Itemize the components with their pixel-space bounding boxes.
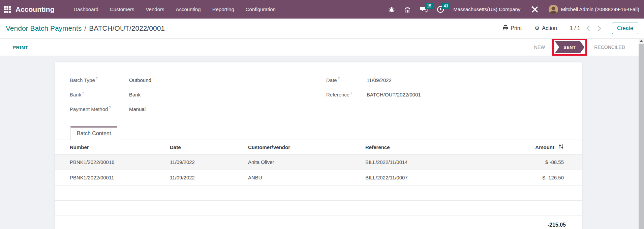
cell-amount: $ -88.55	[483, 154, 582, 170]
header-number[interactable]: Number	[55, 140, 170, 154]
content-area: Batch Type? Outbound Bank? Bank Payment …	[0, 56, 639, 229]
breadcrumb-parent-link[interactable]: Vendor Batch Payments	[6, 24, 82, 32]
record-pager: 1 / 1	[570, 25, 603, 31]
statusbar-states: NEW SENT RECONCILED	[526, 39, 632, 56]
form-sheet: Batch Type? Outbound Bank? Bank Payment …	[55, 62, 582, 229]
tab-batch-content[interactable]: Batch Content	[70, 126, 117, 140]
breadcrumb-current: BATCH/OUT/2022/0001	[89, 24, 165, 32]
messages-count-badge[interactable]: 15	[425, 3, 433, 9]
field-payment-method: Payment Method? Manual	[70, 106, 318, 120]
table-row[interactable]: PBNK1/2022/00011 11/09/2022 ANBU BILL/20…	[55, 170, 582, 185]
field-reference: Reference? BATCH/OUT/2022/0001	[326, 91, 567, 106]
table-header-row: Number Date Customer/Vendor Reference Am…	[55, 140, 582, 154]
payment-method-label: Payment Method	[70, 106, 108, 112]
printer-icon	[502, 25, 508, 32]
action-menu-button[interactable]: ⚙ Action	[534, 25, 557, 31]
bank-label: Bank	[70, 92, 81, 97]
company-switcher[interactable]: Massachusetts(US) Company	[453, 6, 520, 12]
reference-value[interactable]: BATCH/OUT/2022/0001	[367, 92, 421, 97]
annotation-highlight-box: SENT	[552, 39, 587, 56]
field-batch-type: Batch Type? Outbound	[70, 77, 318, 91]
breadcrumb: Vendor Batch Payments / BATCH/OUT/2022/0…	[6, 24, 165, 32]
header-reference[interactable]: Reference	[365, 140, 483, 154]
header-amount-label: Amount	[535, 144, 554, 150]
menu-dashboard[interactable]: Dashboard	[74, 6, 98, 12]
field-bank: Bank? Bank	[70, 91, 318, 106]
print-action-button[interactable]: PRINT	[12, 45, 28, 50]
amount-total: -215.05	[55, 216, 582, 229]
topbar-right-cluster: 15 43 Massachusetts(US) Company Mitchell…	[384, 5, 639, 14]
menu-customers[interactable]: Customers	[110, 6, 134, 12]
user-avatar[interactable]	[549, 5, 558, 14]
activities-count-badge[interactable]: 43	[442, 3, 450, 9]
control-panel-right: Print ⚙ Action 1 / 1 Create	[502, 23, 638, 34]
menu-configuration[interactable]: Configuration	[246, 6, 276, 12]
cell-partner: Anita Oliver	[248, 154, 365, 170]
scrollbar-thumb[interactable]	[639, 44, 644, 229]
statusbar: PRINT NEW SENT RECONCILED	[0, 39, 639, 56]
menu-accounting[interactable]: Accounting	[176, 6, 201, 12]
date-label: Date	[326, 77, 337, 83]
empty-table-row	[55, 185, 582, 201]
breadcrumb-separator: /	[84, 24, 86, 32]
cell-date: 11/09/2022	[170, 154, 248, 170]
state-new[interactable]: NEW	[527, 45, 552, 50]
state-sent-active[interactable]: SENT	[555, 41, 584, 53]
control-panel: Vendor Batch Payments / BATCH/OUT/2022/0…	[0, 19, 644, 38]
print-menu-label: Print	[511, 25, 522, 31]
reference-label: Reference	[326, 92, 349, 97]
cell-number: PBNK1/2022/00016	[55, 154, 170, 170]
optional-columns-sliders-icon[interactable]	[558, 144, 564, 150]
header-amount[interactable]: Amount	[483, 140, 582, 154]
action-menu-label: Action	[542, 25, 557, 31]
messages-icon[interactable]: 15	[420, 6, 428, 13]
empty-table-row	[55, 201, 582, 216]
pager-count: 1 / 1	[570, 25, 580, 31]
activities-clock-icon[interactable]: 43	[437, 6, 444, 13]
cell-amount: $ -126.50	[483, 170, 582, 185]
table-row[interactable]: PBNK1/2022/00016 11/09/2022 Anita Oliver…	[55, 154, 582, 170]
payment-method-value[interactable]: Manual	[129, 106, 146, 112]
form-left-column: Batch Type? Outbound Bank? Bank Payment …	[70, 77, 318, 120]
voip-dialpad-icon[interactable]	[404, 6, 411, 13]
header-partner[interactable]: Customer/Vendor	[248, 140, 365, 154]
menu-reporting[interactable]: Reporting	[212, 6, 234, 12]
batch-type-label: Batch Type	[70, 77, 95, 83]
tools-icon[interactable]	[531, 5, 539, 13]
help-icon: ?	[96, 77, 98, 81]
pager-next-icon[interactable]	[596, 25, 603, 31]
form-right-column: Date? 11/09/2022 Reference? BATCH/OUT/20…	[318, 77, 567, 120]
help-icon: ?	[109, 106, 111, 110]
menu-vendors[interactable]: Vendors	[146, 6, 164, 12]
bank-value[interactable]: Bank	[129, 92, 141, 97]
cell-number: PBNK1/2022/00011	[55, 170, 170, 185]
batch-content-table: Number Date Customer/Vendor Reference Am…	[55, 140, 582, 229]
form-fields: Batch Type? Outbound Bank? Bank Payment …	[55, 62, 582, 120]
gear-icon: ⚙	[534, 26, 540, 31]
top-navbar: Accounting Dashboard Customers Vendors A…	[0, 0, 644, 19]
date-value[interactable]: 11/09/2022	[367, 77, 392, 83]
state-reconciled[interactable]: RECONCILED	[587, 45, 632, 50]
help-icon: ?	[350, 91, 352, 95]
cell-reference: BILL/2022/11/0014	[365, 154, 483, 170]
scroll-up-arrow-icon	[640, 40, 643, 42]
scrollbar-up-button[interactable]	[639, 38, 644, 44]
apps-grid-icon[interactable]	[4, 6, 11, 13]
field-date: Date? 11/09/2022	[326, 77, 567, 91]
pager-previous-icon[interactable]	[585, 25, 591, 31]
app-title[interactable]: Accounting	[16, 5, 55, 13]
batch-type-value[interactable]: Outbound	[129, 77, 151, 83]
debug-bug-icon[interactable]	[388, 6, 395, 13]
create-button[interactable]: Create	[612, 23, 638, 34]
notebook-tabs: Batch Content	[55, 126, 582, 140]
cell-date: 11/09/2022	[170, 170, 248, 185]
vendor-batch-payments-page: Accounting Dashboard Customers Vendors A…	[0, 0, 644, 229]
table-total-row: -215.05	[55, 216, 582, 229]
user-menu[interactable]: Mitchell Admin (20888299-16-0-all)	[561, 6, 639, 12]
help-icon: ?	[338, 77, 340, 81]
print-menu-button[interactable]: Print	[502, 25, 522, 32]
cell-reference: BILL/2022/11/0007	[365, 170, 483, 185]
cell-partner: ANBU	[248, 170, 365, 185]
header-date[interactable]: Date	[170, 140, 248, 154]
vertical-scrollbar	[639, 38, 644, 229]
